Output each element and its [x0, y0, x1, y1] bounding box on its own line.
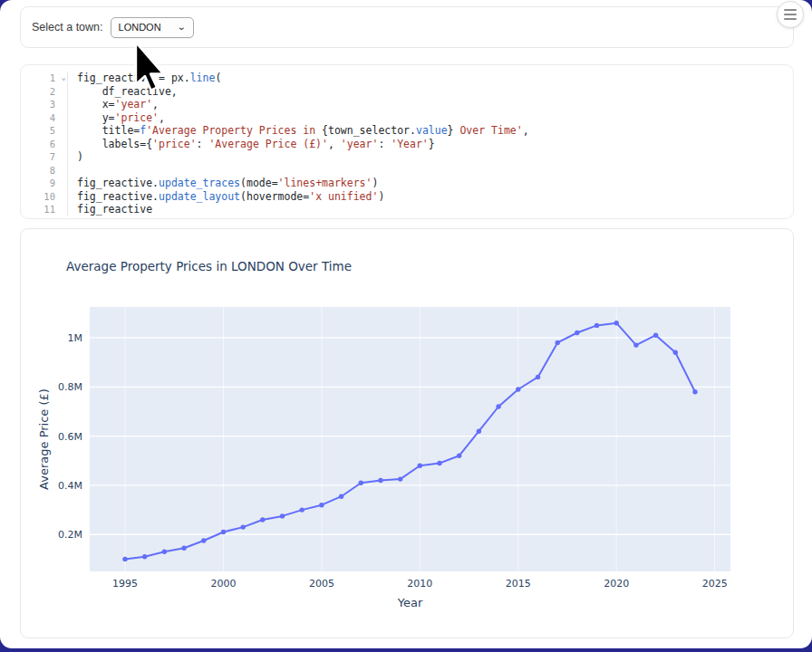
svg-text:0.4M: 0.4M	[58, 480, 82, 492]
town-selector-row: Select a town: LONDON ⌄	[20, 6, 794, 48]
svg-text:2005: 2005	[309, 578, 334, 590]
svg-text:2010: 2010	[407, 578, 432, 590]
code-editor[interactable]: 1⌄fig_reactive = px.line(2 df_reactive,3…	[20, 64, 794, 219]
svg-text:2020: 2020	[604, 578, 629, 590]
svg-text:0.2M: 0.2M	[58, 529, 82, 541]
town-dropdown[interactable]: LONDON ⌄	[111, 17, 194, 38]
hamburger-menu-icon	[784, 9, 797, 11]
notebook-card: Select a town: LONDON ⌄ 1⌄fig_reactive =…	[0, 0, 812, 648]
hamburger-menu-icon	[784, 14, 797, 15]
chevron-down-icon: ⌄	[177, 23, 187, 32]
chart-output-cell: 19952000200520102015202020250.2M0.4M0.6M…	[20, 228, 794, 638]
svg-text:1M: 1M	[68, 332, 83, 344]
hamburger-menu-icon	[784, 18, 797, 20]
svg-text:2025: 2025	[702, 578, 728, 590]
property-price-chart[interactable]: 19952000200520102015202020250.2M0.4M0.6M…	[21, 229, 794, 638]
svg-text:0.8M: 0.8M	[58, 381, 82, 393]
menu-button[interactable]	[777, 1, 804, 28]
svg-text:2000: 2000	[210, 578, 236, 590]
svg-text:2015: 2015	[506, 578, 531, 590]
svg-text:0.6M: 0.6M	[58, 431, 82, 443]
town-selector-label: Select a town:	[32, 21, 103, 34]
svg-text:Year: Year	[397, 596, 423, 609]
code-lines: 1⌄fig_reactive = px.line(2 df_reactive,3…	[21, 72, 793, 216]
svg-text:1995: 1995	[112, 578, 138, 590]
svg-text:Average Price (£): Average Price (£)	[37, 388, 51, 490]
town-dropdown-value: LONDON	[119, 22, 161, 33]
svg-text:Average Property Prices in LON: Average Property Prices in LONDON Over T…	[66, 259, 352, 273]
